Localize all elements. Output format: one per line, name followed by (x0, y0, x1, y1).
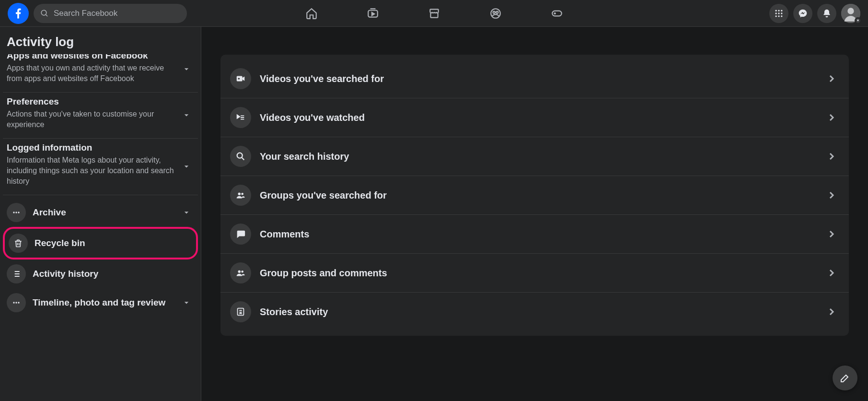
svg-point-16 (13, 212, 14, 213)
section-title: Logged information (7, 142, 194, 153)
stories-icon (230, 301, 251, 322)
chevron-down-icon (182, 298, 191, 307)
activity-list: Videos you've searched for Videos you've… (220, 55, 849, 336)
chevron-right-icon (826, 306, 837, 318)
main-content: Videos you've searched for Videos you've… (201, 27, 868, 401)
svg-point-15 (847, 8, 854, 14)
svg-point-13 (781, 15, 782, 17)
chevron-right-icon (826, 151, 837, 162)
messenger-icon[interactable] (793, 4, 812, 23)
chevron-right-icon (826, 267, 837, 279)
search-icon (40, 9, 49, 18)
svg-rect-4 (552, 11, 562, 16)
video-icon[interactable] (366, 7, 380, 20)
sidebar-item-label: Activity history (33, 269, 98, 279)
sidebar: Activity log Apps and websites on Facebo… (0, 27, 201, 401)
section-desc: Information that Meta logs about your ac… (7, 155, 194, 187)
svg-point-24 (238, 193, 241, 196)
section-desc: Apps that you own and activity that we r… (7, 63, 194, 84)
row-label: Stories activity (260, 307, 328, 318)
video-plus-icon (230, 68, 251, 89)
dots-icon (7, 203, 26, 222)
row-label: Videos you've searched for (260, 73, 384, 84)
sidebar-section-logged-info[interactable]: Logged information Information that Meta… (3, 139, 198, 195)
svg-point-2 (493, 11, 495, 13)
row-label: Your search history (260, 151, 349, 162)
svg-point-25 (241, 193, 243, 195)
notifications-icon[interactable] (817, 4, 836, 23)
svg-point-19 (13, 302, 14, 303)
svg-point-17 (15, 212, 17, 213)
svg-point-12 (778, 15, 779, 17)
page-title: Activity log (0, 27, 201, 54)
row-label: Videos you've watched (260, 112, 365, 123)
account-avatar[interactable]: ▾ (841, 4, 860, 23)
search-icon (230, 146, 251, 167)
search-input-wrap[interactable] (34, 4, 187, 23)
svg-point-20 (15, 302, 17, 303)
dots-icon (7, 293, 26, 312)
chevron-right-icon (826, 189, 837, 201)
chevron-down-icon (182, 64, 191, 74)
chevron-down-icon: ▾ (855, 17, 861, 24)
gaming-icon[interactable] (550, 7, 564, 20)
svg-point-10 (781, 12, 782, 14)
row-search-history[interactable]: Your search history (220, 137, 849, 176)
menu-grid-icon[interactable] (769, 4, 788, 23)
svg-point-26 (238, 271, 241, 273)
row-stories-activity[interactable]: Stories activity (220, 293, 849, 331)
playlist-icon (230, 107, 251, 128)
top-nav (305, 7, 564, 20)
chevron-down-icon (182, 208, 191, 217)
sidebar-item-label: Recycle bin (35, 238, 85, 248)
svg-point-6 (778, 10, 779, 11)
sidebar-item-recycle-bin[interactable]: Recycle bin (3, 227, 198, 259)
svg-point-1 (491, 9, 500, 18)
people-icon (230, 185, 251, 206)
sidebar-item-timeline-review[interactable]: Timeline, photo and tag review (3, 288, 198, 317)
chevron-right-icon (826, 228, 837, 240)
trash-icon (9, 234, 28, 253)
svg-point-27 (241, 271, 243, 273)
sidebar-item-label: Archive (33, 207, 66, 218)
top-header: ▾ (0, 0, 868, 27)
svg-point-7 (781, 10, 782, 11)
groups-icon[interactable] (489, 7, 502, 20)
list-icon (7, 264, 26, 283)
marketplace-icon[interactable] (428, 7, 441, 20)
svg-point-18 (18, 212, 19, 213)
facebook-logo[interactable] (8, 3, 29, 24)
svg-point-3 (496, 11, 498, 13)
sidebar-section-preferences[interactable]: Preferences Actions that you've taken to… (3, 93, 198, 139)
chevron-down-icon (182, 110, 191, 120)
home-icon[interactable] (305, 7, 318, 20)
search-input[interactable] (54, 9, 180, 18)
sidebar-section-apps[interactable]: Apps and websites on Facebook Apps that … (3, 54, 198, 93)
sidebar-item-label: Timeline, photo and tag review (33, 297, 165, 308)
row-comments[interactable]: Comments (220, 215, 849, 254)
sidebar-item-activity-history[interactable]: Activity history (3, 259, 198, 288)
sidebar-item-archive[interactable]: Archive (3, 198, 198, 227)
row-videos-searched[interactable]: Videos you've searched for (220, 59, 849, 98)
compose-button[interactable] (833, 366, 857, 390)
row-label: Group posts and comments (260, 268, 387, 279)
row-groups-searched[interactable]: Groups you've searched for (220, 176, 849, 215)
chevron-right-icon (826, 73, 837, 84)
row-label: Groups you've searched for (260, 190, 387, 201)
section-title: Apps and websites on Facebook (7, 54, 194, 61)
svg-point-8 (775, 12, 777, 14)
people-icon (230, 262, 251, 283)
svg-point-11 (775, 15, 777, 17)
svg-point-21 (18, 302, 19, 303)
section-desc: Actions that you've taken to customise y… (7, 109, 194, 130)
row-label: Comments (260, 229, 309, 240)
svg-point-5 (775, 10, 777, 11)
row-videos-watched[interactable]: Videos you've watched (220, 98, 849, 137)
section-title: Preferences (7, 96, 194, 107)
row-group-posts-comments[interactable]: Group posts and comments (220, 254, 849, 293)
header-right: ▾ (769, 4, 860, 23)
svg-point-9 (778, 12, 779, 14)
chevron-down-icon (182, 162, 191, 171)
comment-icon (230, 224, 251, 245)
svg-point-23 (237, 153, 243, 158)
